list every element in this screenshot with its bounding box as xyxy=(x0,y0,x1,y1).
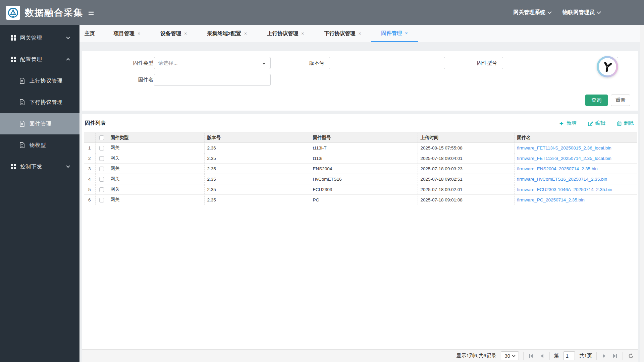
row-checkbox[interactable] xyxy=(99,146,104,150)
table-header-row: 固件类型 版本号 固件型号 上传时间 固件名 xyxy=(84,133,637,143)
tab-project-mgmt[interactable]: 项目管理 × xyxy=(104,25,150,42)
app-logo xyxy=(6,6,20,20)
user-account-menu[interactable]: 物联网管理员 xyxy=(562,9,600,16)
firmware-file-link[interactable]: firmware_FET113i-S_20250714_2.35_local.b… xyxy=(517,156,611,161)
close-icon[interactable]: × xyxy=(301,31,304,36)
next-page-icon xyxy=(602,354,606,358)
table-row[interactable]: 2 网关 2.35 t113i 2025-07-18 09:04:01 firm… xyxy=(84,153,637,164)
firmware-file-link[interactable]: firmware_ENS2004_20250714_2.35.bin xyxy=(517,166,598,171)
page-size-select[interactable]: 30 xyxy=(501,351,519,360)
edit-icon xyxy=(588,121,593,126)
row-checkbox[interactable] xyxy=(99,187,104,192)
chevron-down-icon xyxy=(66,164,70,168)
table-row[interactable]: 5 网关 2.35 FCU2303 2025-07-18 09:02:01 fi… xyxy=(84,184,637,195)
firmware-type-select[interactable]: 请选择... xyxy=(154,57,271,69)
total-pages: 共1页 xyxy=(579,353,592,359)
delete-button[interactable]: 删除 xyxy=(617,120,634,126)
tab-bar: 主页 项目管理 × 设备管理 × 采集终端2配置 × 上行协议管理 × 下行协议… xyxy=(79,25,644,42)
reset-button[interactable]: 重置 xyxy=(611,95,630,106)
table-row[interactable]: 3 网关 2.35 ENS2004 2025-07-18 09:03:23 fi… xyxy=(84,164,637,174)
last-page-icon xyxy=(612,354,617,358)
row-checkbox[interactable] xyxy=(99,156,104,161)
first-page-button[interactable] xyxy=(528,354,535,358)
firmware-type-label: 固件类型 xyxy=(82,57,153,69)
close-icon[interactable]: × xyxy=(358,31,361,36)
chevron-down-icon xyxy=(512,354,516,357)
row-checkbox[interactable] xyxy=(99,177,104,182)
firmware-name-input[interactable] xyxy=(154,74,270,85)
prev-page-button[interactable] xyxy=(539,354,545,358)
tab-uplink-protocol[interactable]: 上行协议管理 × xyxy=(257,25,314,42)
close-icon[interactable]: × xyxy=(184,31,187,36)
system-switch-menu[interactable]: 网关管理系统 xyxy=(513,9,551,16)
tri-prong-icon xyxy=(601,61,613,73)
chevron-down-icon xyxy=(597,10,601,14)
document-icon xyxy=(19,99,25,105)
document-icon xyxy=(19,142,25,148)
close-icon[interactable]: × xyxy=(138,31,140,36)
edit-button[interactable]: 编辑 xyxy=(588,120,605,126)
page-scrollbar[interactable] xyxy=(640,25,644,362)
row-checkbox[interactable] xyxy=(99,167,104,171)
divider xyxy=(549,352,550,360)
document-icon xyxy=(19,78,25,84)
main-area: 主页 项目管理 × 设备管理 × 采集终端2配置 × 上行协议管理 × 下行协议… xyxy=(79,25,644,362)
pagination-summary: 显示1到6,共6记录 xyxy=(456,353,496,359)
sidebar-toggle-icon[interactable] xyxy=(89,11,94,15)
pagination-bar: 显示1到6,共6记录 30 第 共1页 xyxy=(82,349,638,362)
sidebar-item-downlink-protocol[interactable]: 下行协议管理 xyxy=(0,92,79,113)
select-placeholder: 请选择... xyxy=(158,60,178,66)
floating-assistant-widget[interactable] xyxy=(597,56,618,77)
grid-icon xyxy=(11,35,16,41)
sidebar-item-gateway-mgmt[interactable]: 网关管理 xyxy=(0,27,79,49)
refresh-button[interactable] xyxy=(627,353,635,359)
app-title: 数据融合采集 xyxy=(25,7,83,19)
tab-device-mgmt[interactable]: 设备管理 × xyxy=(150,25,197,42)
firmware-model-label: 固件型号 xyxy=(418,57,497,69)
sidebar-item-config-mgmt[interactable]: 配置管理 xyxy=(0,49,79,70)
sidebar-item-control-dispatch[interactable]: 控制下发 xyxy=(0,156,79,177)
firmware-file-link[interactable]: firmware_HvComETS16_20250714_2.35.bin xyxy=(517,177,607,182)
col-header-version: 版本号 xyxy=(204,133,310,143)
tab-terminal2-config[interactable]: 采集终端2配置 × xyxy=(197,25,257,42)
page-number-input[interactable] xyxy=(564,351,575,360)
prev-page-icon xyxy=(540,354,544,358)
tab-downlink-protocol[interactable]: 下行协议管理 × xyxy=(314,25,371,42)
grid-icon xyxy=(11,164,16,169)
grid-icon xyxy=(11,57,16,62)
tab-firmware-mgmt[interactable]: 固件管理 × xyxy=(371,25,418,42)
table-row[interactable]: 1 网关 2.36 t113i-T 2025-08-15 07:55:08 fi… xyxy=(84,143,637,153)
sidebar-item-thing-model[interactable]: 物模型 xyxy=(0,134,79,156)
table-row[interactable]: 4 网关 2.35 HvComETS16 2025-07-18 09:02:51… xyxy=(84,174,637,184)
row-checkbox[interactable] xyxy=(99,198,104,202)
chevron-down-icon xyxy=(66,35,70,39)
select-all-checkbox[interactable] xyxy=(99,135,104,140)
refresh-icon xyxy=(628,353,634,359)
firmware-file-link[interactable]: firmware_PC_20250714_2.35.bin xyxy=(517,197,585,202)
table-row[interactable]: 6 网关 2.35 PC 2025-07-18 09:01:08 firmwar… xyxy=(84,195,637,205)
divider xyxy=(523,352,524,360)
next-page-button[interactable] xyxy=(601,354,607,358)
tab-home[interactable]: 主页 xyxy=(79,25,104,42)
firmware-name-label: 固件名 xyxy=(82,74,153,86)
widget-inner-circle xyxy=(599,58,616,75)
logo-emblem-icon xyxy=(7,7,19,18)
firmware-file-link[interactable]: firmware_FET113i-S_20250815_2.36_local.b… xyxy=(517,145,611,150)
last-page-button[interactable] xyxy=(611,354,618,358)
close-icon[interactable]: × xyxy=(405,31,408,36)
sidebar-item-firmware-mgmt[interactable]: 固件管理 xyxy=(0,113,79,134)
chevron-down-icon xyxy=(547,10,552,14)
page-prefix: 第 xyxy=(554,353,559,359)
divider xyxy=(596,352,597,360)
close-icon[interactable]: × xyxy=(244,31,247,36)
first-page-icon xyxy=(529,354,534,358)
firmware-file-link[interactable]: firmware_FCU2303-1046A_20250714_2.35.bin xyxy=(517,187,612,192)
add-button[interactable]: ＋ 新增 xyxy=(558,120,577,126)
document-icon xyxy=(19,121,25,127)
col-header-time: 上传时间 xyxy=(418,133,514,143)
col-header-model: 固件型号 xyxy=(310,133,418,143)
query-button[interactable]: 查询 xyxy=(585,95,608,106)
divider xyxy=(623,352,623,360)
sidebar: 网关管理 配置管理 上行协议管理 下行协议管理 固件管理 xyxy=(0,25,79,362)
sidebar-item-uplink-protocol[interactable]: 上行协议管理 xyxy=(0,70,79,92)
